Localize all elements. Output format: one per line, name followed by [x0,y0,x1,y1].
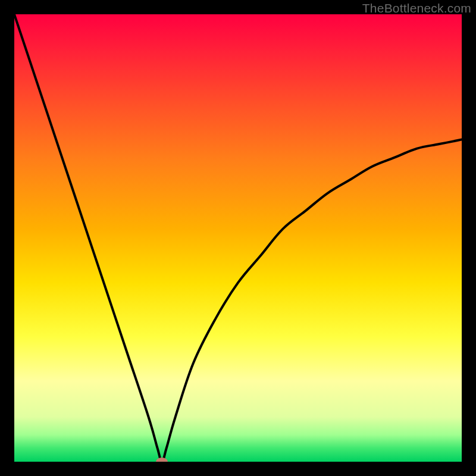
bottleneck-curve [14,14,462,462]
optimal-point-marker [156,458,168,462]
watermark-text: TheBottleneck.com [362,1,471,15]
plot-area [14,14,462,462]
curve-layer [14,14,462,462]
